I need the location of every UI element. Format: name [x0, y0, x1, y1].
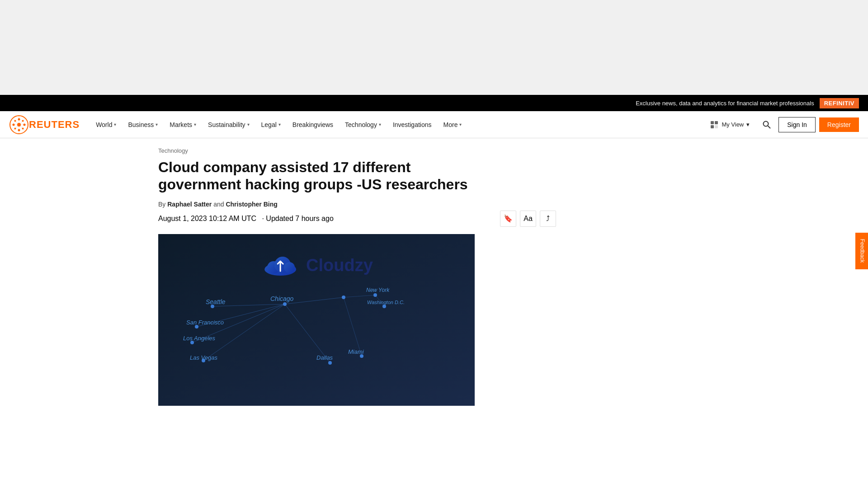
reuters-logo-icon — [9, 115, 29, 135]
content-wrapper: Technology Cloud company assisted 17 dif… — [140, 138, 728, 406]
svg-rect-14 — [711, 121, 714, 124]
my-view-button[interactable]: My View ▾ — [704, 117, 755, 132]
svg-point-52 — [284, 262, 295, 273]
ad-banner — [0, 0, 868, 95]
search-button[interactable] — [759, 117, 775, 133]
chevron-down-icon: ▾ — [278, 122, 281, 127]
sidebar — [574, 138, 710, 406]
svg-point-34 — [283, 302, 287, 306]
article-image: Seattle San Francisco Los Angeles Las Ve… — [158, 234, 475, 406]
refinitiv-logo[interactable]: REFINITIV — [820, 98, 859, 108]
nav-item-sustainability[interactable]: Sustainability ▾ — [203, 111, 255, 138]
article-section: Technology Cloud company assisted 17 dif… — [158, 138, 556, 406]
share-button[interactable]: ⤴ — [540, 211, 556, 227]
svg-text:Washington D.C.: Washington D.C. — [367, 300, 405, 305]
chevron-down-icon: ▾ — [247, 122, 250, 127]
reuters-logo[interactable]: REUTERS — [9, 115, 80, 135]
chevron-down-icon: ▾ — [194, 122, 196, 127]
reuters-logo-text: REUTERS — [29, 119, 80, 131]
svg-text:San Francisco: San Francisco — [186, 319, 224, 326]
cloudzy-brand-text: Cloudzy — [306, 256, 373, 275]
nav-item-breakingviews[interactable]: Breakingviews — [287, 111, 339, 138]
chevron-down-icon: ▾ — [156, 122, 158, 127]
author1-link[interactable]: Raphael Satter — [167, 201, 212, 208]
feedback-tab[interactable]: Feedback — [856, 233, 868, 269]
svg-point-35 — [328, 361, 332, 365]
article-category: Technology — [158, 147, 556, 154]
chevron-down-icon: ▾ — [459, 122, 462, 127]
my-view-icon — [710, 120, 719, 129]
sign-in-button[interactable]: Sign In — [778, 117, 816, 132]
svg-point-36 — [342, 296, 345, 299]
nav-item-markets[interactable]: Markets ▾ — [164, 111, 202, 138]
font-size-button[interactable]: Aa — [520, 211, 536, 227]
chevron-down-icon: ▾ — [746, 121, 750, 128]
navbar: REUTERS World ▾ Business ▾ Markets ▾ Sus… — [0, 111, 868, 138]
nav-items: World ▾ Business ▾ Markets ▾ Sustainabil… — [90, 111, 704, 138]
svg-line-19 — [768, 126, 771, 128]
cloudzy-cloud-icon — [260, 252, 301, 279]
nav-item-more[interactable]: More ▾ — [438, 111, 467, 138]
article-timestamp: August 1, 2023 10:12 AM UTC · Updated 7 … — [158, 215, 334, 223]
svg-point-18 — [764, 121, 769, 126]
refinitiv-text: Exclusive news, data and analytics for f… — [636, 100, 814, 107]
author2-link[interactable]: Christopher Bing — [226, 201, 277, 208]
svg-rect-17 — [715, 125, 718, 128]
nav-item-legal[interactable]: Legal ▾ — [256, 111, 286, 138]
nav-item-technology[interactable]: Technology ▾ — [340, 111, 387, 138]
svg-text:Las Vegas: Las Vegas — [190, 354, 217, 361]
article-meta: August 1, 2023 10:12 AM UTC · Updated 7 … — [158, 211, 556, 227]
svg-text:Los Angeles: Los Angeles — [183, 335, 216, 342]
svg-text:Dallas: Dallas — [316, 354, 333, 361]
register-button[interactable]: Register — [819, 117, 859, 132]
bookmark-button[interactable]: 🔖 — [500, 211, 516, 227]
nav-item-investigations[interactable]: Investigations — [387, 111, 437, 138]
chevron-down-icon: ▾ — [379, 122, 381, 127]
svg-text:Seattle: Seattle — [206, 298, 226, 305]
svg-rect-15 — [715, 121, 718, 124]
article-actions: 🔖 Aa ⤴ — [500, 211, 556, 227]
svg-point-38 — [373, 293, 377, 297]
svg-text:New York: New York — [366, 287, 390, 293]
nav-right: My View ▾ Sign In Register — [704, 117, 859, 133]
svg-text:Chicago: Chicago — [270, 295, 294, 302]
article-byline: By Raphael Satter and Christopher Bing — [158, 201, 556, 208]
nav-item-business[interactable]: Business ▾ — [123, 111, 163, 138]
article-title: Cloud company assisted 17 different gove… — [158, 159, 475, 193]
refinitiv-bar: Exclusive news, data and analytics for f… — [0, 95, 868, 111]
chevron-down-icon: ▾ — [114, 122, 116, 127]
search-icon — [762, 120, 771, 129]
svg-point-39 — [382, 305, 386, 308]
svg-text:Miami: Miami — [348, 348, 364, 355]
cloudzy-logo-overlay: Cloudzy — [260, 252, 373, 279]
nav-item-world[interactable]: World ▾ — [90, 111, 122, 138]
svg-rect-16 — [711, 125, 714, 128]
